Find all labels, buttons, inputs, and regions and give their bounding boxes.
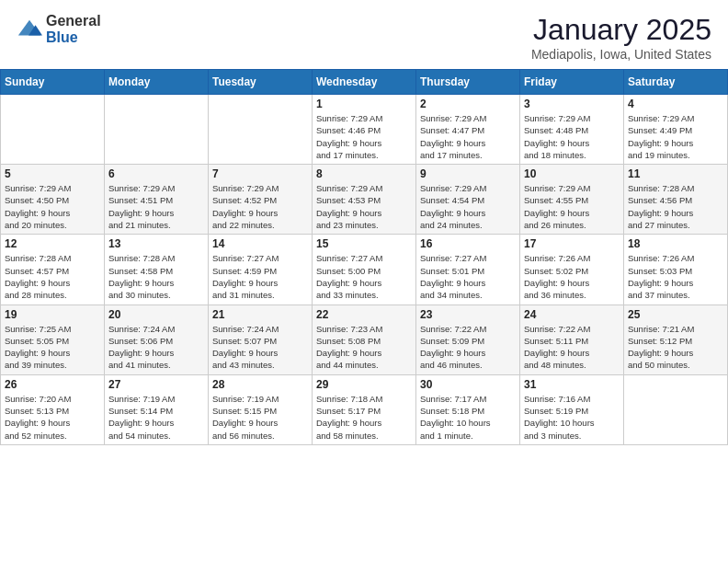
calendar-cell: 10Sunrise: 7:29 AM Sunset: 4:55 PM Dayli… (520, 165, 624, 235)
week-row-1: 1Sunrise: 7:29 AM Sunset: 4:46 PM Daylig… (1, 95, 728, 165)
month-title: January 2025 (531, 13, 711, 47)
day-number: 25 (628, 308, 723, 321)
calendar-cell: 18Sunrise: 7:26 AM Sunset: 5:03 PM Dayli… (624, 235, 728, 304)
logo-blue-text: Blue (46, 29, 101, 46)
week-row-2: 5Sunrise: 7:29 AM Sunset: 4:50 PM Daylig… (1, 165, 728, 235)
day-number: 10 (524, 167, 620, 180)
weekday-header-sunday: Sunday (1, 70, 105, 95)
day-info: Sunrise: 7:29 AM Sunset: 4:54 PM Dayligh… (420, 182, 516, 231)
calendar-cell: 12Sunrise: 7:28 AM Sunset: 4:57 PM Dayli… (1, 235, 105, 304)
day-number: 31 (524, 378, 620, 391)
calendar-cell: 24Sunrise: 7:22 AM Sunset: 5:11 PM Dayli… (520, 304, 624, 374)
weekday-header-monday: Monday (105, 70, 209, 95)
day-info: Sunrise: 7:29 AM Sunset: 4:53 PM Dayligh… (316, 182, 412, 231)
calendar-body: 1Sunrise: 7:29 AM Sunset: 4:46 PM Daylig… (1, 95, 728, 445)
day-number: 23 (420, 308, 516, 321)
day-info: Sunrise: 7:29 AM Sunset: 4:49 PM Dayligh… (628, 112, 723, 161)
calendar-header: SundayMondayTuesdayWednesdayThursdayFrid… (1, 70, 728, 95)
calendar-cell (209, 95, 313, 165)
calendar-cell: 14Sunrise: 7:27 AM Sunset: 4:59 PM Dayli… (209, 235, 313, 304)
calendar-cell: 25Sunrise: 7:21 AM Sunset: 5:12 PM Dayli… (624, 304, 728, 374)
page-header: General Blue January 2025 Mediapolis, Io… (0, 0, 728, 69)
day-info: Sunrise: 7:26 AM Sunset: 5:02 PM Dayligh… (524, 252, 620, 301)
day-info: Sunrise: 7:24 AM Sunset: 5:06 PM Dayligh… (108, 323, 204, 372)
week-row-3: 12Sunrise: 7:28 AM Sunset: 4:57 PM Dayli… (1, 235, 728, 304)
day-info: Sunrise: 7:27 AM Sunset: 5:01 PM Dayligh… (420, 252, 516, 301)
day-number: 20 (108, 308, 204, 321)
calendar-cell (624, 374, 728, 444)
title-block: January 2025 Mediapolis, Iowa, United St… (531, 13, 711, 62)
day-number: 28 (212, 378, 308, 391)
weekday-header-wednesday: Wednesday (313, 70, 416, 95)
calendar-page: General Blue January 2025 Mediapolis, Io… (0, 0, 728, 445)
day-info: Sunrise: 7:22 AM Sunset: 5:11 PM Dayligh… (524, 323, 620, 372)
day-number: 22 (316, 308, 412, 321)
calendar-cell: 20Sunrise: 7:24 AM Sunset: 5:06 PM Dayli… (105, 304, 209, 374)
calendar-cell: 30Sunrise: 7:17 AM Sunset: 5:18 PM Dayli… (416, 374, 520, 444)
day-number: 9 (420, 167, 516, 180)
day-number: 19 (5, 308, 100, 321)
calendar-cell: 23Sunrise: 7:22 AM Sunset: 5:09 PM Dayli… (416, 304, 520, 374)
day-info: Sunrise: 7:18 AM Sunset: 5:17 PM Dayligh… (316, 393, 412, 442)
day-info: Sunrise: 7:22 AM Sunset: 5:09 PM Dayligh… (420, 323, 516, 372)
weekday-header-tuesday: Tuesday (209, 70, 313, 95)
day-number: 11 (628, 167, 723, 180)
day-info: Sunrise: 7:29 AM Sunset: 4:52 PM Dayligh… (212, 182, 308, 231)
calendar-cell: 8Sunrise: 7:29 AM Sunset: 4:53 PM Daylig… (313, 165, 416, 235)
day-info: Sunrise: 7:28 AM Sunset: 4:58 PM Dayligh… (108, 252, 204, 301)
logo-text: General Blue (46, 13, 101, 45)
day-number: 12 (5, 237, 100, 250)
calendar-table: SundayMondayTuesdayWednesdayThursdayFrid… (0, 69, 728, 445)
calendar-cell: 4Sunrise: 7:29 AM Sunset: 4:49 PM Daylig… (624, 95, 728, 165)
calendar-cell: 17Sunrise: 7:26 AM Sunset: 5:02 PM Dayli… (520, 235, 624, 304)
day-number: 27 (108, 378, 204, 391)
calendar-cell: 31Sunrise: 7:16 AM Sunset: 5:19 PM Dayli… (520, 374, 624, 444)
day-number: 15 (316, 237, 412, 250)
day-info: Sunrise: 7:29 AM Sunset: 4:55 PM Dayligh… (524, 182, 620, 231)
calendar-cell: 5Sunrise: 7:29 AM Sunset: 4:50 PM Daylig… (1, 165, 105, 235)
day-info: Sunrise: 7:24 AM Sunset: 5:07 PM Dayligh… (212, 323, 308, 372)
calendar-cell: 29Sunrise: 7:18 AM Sunset: 5:17 PM Dayli… (313, 374, 416, 444)
calendar-cell: 26Sunrise: 7:20 AM Sunset: 5:13 PM Dayli… (1, 374, 105, 444)
calendar-cell: 27Sunrise: 7:19 AM Sunset: 5:14 PM Dayli… (105, 374, 209, 444)
calendar-cell: 28Sunrise: 7:19 AM Sunset: 5:15 PM Dayli… (209, 374, 313, 444)
week-row-5: 26Sunrise: 7:20 AM Sunset: 5:13 PM Dayli… (1, 374, 728, 444)
calendar-cell: 13Sunrise: 7:28 AM Sunset: 4:58 PM Dayli… (105, 235, 209, 304)
day-info: Sunrise: 7:27 AM Sunset: 4:59 PM Dayligh… (212, 252, 308, 301)
day-info: Sunrise: 7:26 AM Sunset: 5:03 PM Dayligh… (628, 252, 723, 301)
weekday-header-saturday: Saturday (624, 70, 728, 95)
day-number: 18 (628, 237, 723, 250)
day-info: Sunrise: 7:19 AM Sunset: 5:14 PM Dayligh… (108, 393, 204, 442)
day-number: 7 (212, 167, 308, 180)
calendar-cell: 15Sunrise: 7:27 AM Sunset: 5:00 PM Dayli… (313, 235, 416, 304)
calendar-cell: 1Sunrise: 7:29 AM Sunset: 4:46 PM Daylig… (313, 95, 416, 165)
logo-icon (17, 17, 42, 42)
day-info: Sunrise: 7:21 AM Sunset: 5:12 PM Dayligh… (628, 323, 723, 372)
day-number: 4 (628, 98, 723, 110)
calendar-cell: 19Sunrise: 7:25 AM Sunset: 5:05 PM Dayli… (1, 304, 105, 374)
day-number: 17 (524, 237, 620, 250)
day-info: Sunrise: 7:29 AM Sunset: 4:50 PM Dayligh… (5, 182, 100, 231)
day-info: Sunrise: 7:27 AM Sunset: 5:00 PM Dayligh… (316, 252, 412, 301)
calendar-cell: 11Sunrise: 7:28 AM Sunset: 4:56 PM Dayli… (624, 165, 728, 235)
day-number: 29 (316, 378, 412, 391)
logo-general-text: General (46, 13, 101, 29)
day-info: Sunrise: 7:29 AM Sunset: 4:46 PM Dayligh… (316, 112, 412, 161)
day-info: Sunrise: 7:28 AM Sunset: 4:56 PM Dayligh… (628, 182, 723, 231)
day-number: 1 (316, 98, 412, 110)
day-info: Sunrise: 7:25 AM Sunset: 5:05 PM Dayligh… (5, 323, 100, 372)
day-info: Sunrise: 7:29 AM Sunset: 4:51 PM Dayligh… (108, 182, 204, 231)
weekday-row: SundayMondayTuesdayWednesdayThursdayFrid… (1, 70, 728, 95)
day-number: 6 (108, 167, 204, 180)
calendar-cell: 9Sunrise: 7:29 AM Sunset: 4:54 PM Daylig… (416, 165, 520, 235)
calendar-cell: 2Sunrise: 7:29 AM Sunset: 4:47 PM Daylig… (416, 95, 520, 165)
weekday-header-thursday: Thursday (416, 70, 520, 95)
day-number: 21 (212, 308, 308, 321)
calendar-cell: 3Sunrise: 7:29 AM Sunset: 4:48 PM Daylig… (520, 95, 624, 165)
day-number: 24 (524, 308, 620, 321)
day-number: 3 (524, 98, 620, 110)
weekday-header-friday: Friday (520, 70, 624, 95)
calendar-cell: 7Sunrise: 7:29 AM Sunset: 4:52 PM Daylig… (209, 165, 313, 235)
day-number: 14 (212, 237, 308, 250)
day-info: Sunrise: 7:16 AM Sunset: 5:19 PM Dayligh… (524, 393, 620, 442)
